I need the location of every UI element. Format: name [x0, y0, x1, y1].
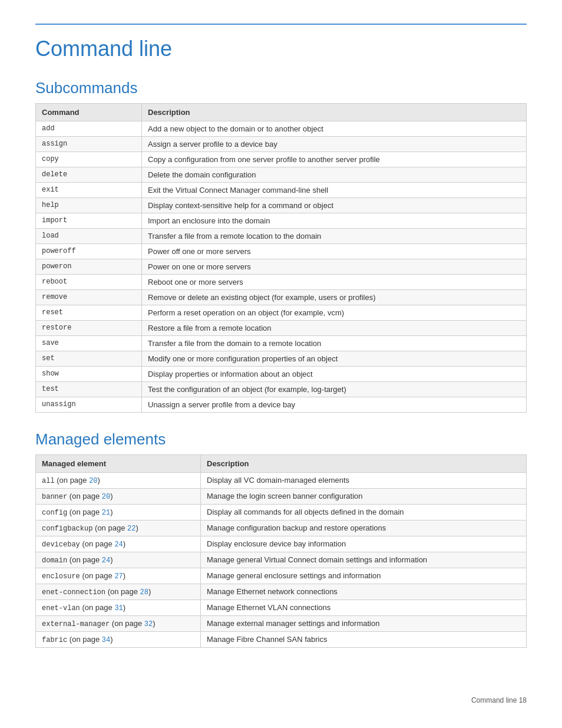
subcommand-name: test: [36, 382, 142, 397]
table-row: remove Remove or delete an existing obje…: [36, 290, 527, 305]
subcommand-name: copy: [36, 152, 142, 167]
subcommand-description: Display properties or information about …: [142, 367, 527, 382]
table-row: set Modify one or more configuration pro…: [36, 351, 527, 367]
subcommand-name: remove: [36, 290, 142, 305]
subcommand-description: Power on one or more servers: [142, 259, 527, 275]
table-row: import Import an enclosure into the doma…: [36, 213, 527, 229]
subcommand-name: reboot: [36, 275, 142, 290]
managed-elements-title: Managed elements: [35, 430, 527, 449]
subcommand-description: Power off one or more servers: [142, 244, 527, 259]
managed-element-name: configbackup (on page 22): [36, 521, 201, 536]
managed-element-name: enclosure (on page 27): [36, 568, 201, 584]
subcommand-description: Test the configuration of an object (for…: [142, 382, 527, 397]
subcommand-description: Remove or delete an existing object (for…: [142, 290, 527, 305]
table-row: exit Exit the Virtual Connect Manager co…: [36, 183, 527, 198]
subcommands-title: Subcommands: [35, 79, 527, 97]
page-title: Command line: [35, 37, 527, 61]
subcommand-name: help: [36, 198, 142, 213]
table-row: configbackup (on page 22) Manage configu…: [36, 521, 527, 536]
subcommand-name: unassign: [36, 397, 142, 413]
managed-element-description: Manage configuration backup and restore …: [201, 521, 527, 536]
table-row: external-manager (on page 32) Manage ext…: [36, 616, 527, 632]
managed-element-name: banner (on page 20): [36, 489, 201, 505]
managed-element-name: external-manager (on page 32): [36, 616, 201, 632]
managed-element-name: domain (on page 24): [36, 552, 201, 568]
managed-element-name: enet-vlan (on page 31): [36, 600, 201, 616]
table-row: devicebay (on page 24) Display enclosure…: [36, 536, 527, 552]
table-row: show Display properties or information a…: [36, 367, 527, 382]
table-row: help Display context-sensitive help for …: [36, 198, 527, 213]
table-row: all (on page 20) Display all VC domain-m…: [36, 473, 527, 489]
table-row: add Add a new object to the domain or to…: [36, 121, 527, 137]
subcommand-description: Add a new object to the domain or to ano…: [142, 121, 527, 137]
subcommands-col-description: Description: [142, 104, 527, 121]
managed-element-name: fabric (on page 34): [36, 632, 201, 648]
managed-element-description: Display enclosure device bay information: [201, 536, 527, 552]
table-row: assign Assign a server profile to a devi…: [36, 137, 527, 152]
subcommand-description: Exit the Virtual Connect Manager command…: [142, 183, 527, 198]
table-row: restore Restore a file from a remote loc…: [36, 321, 527, 336]
subcommand-description: Assign a server profile to a device bay: [142, 137, 527, 152]
subcommand-name: delete: [36, 167, 142, 183]
subcommand-description: Transfer a file from the domain to a rem…: [142, 336, 527, 351]
managed-element-description: Manage general Virtual Connect domain se…: [201, 552, 527, 568]
table-row: enclosure (on page 27) Manage general en…: [36, 568, 527, 584]
table-row: config (on page 21) Display all commands…: [36, 505, 527, 521]
subcommand-name: exit: [36, 183, 142, 198]
managed-element-description: Manage Fibre Channel SAN fabrics: [201, 632, 527, 648]
subcommand-description: Reboot one or more servers: [142, 275, 527, 290]
subcommand-description: Transfer a file from a remote location t…: [142, 229, 527, 244]
top-border: [35, 24, 527, 25]
table-row: reboot Reboot one or more servers: [36, 275, 527, 290]
table-row: domain (on page 24) Manage general Virtu…: [36, 552, 527, 568]
managed-elements-table: Managed element Description all (on page…: [35, 454, 527, 648]
subcommand-name: show: [36, 367, 142, 382]
managed-element-description: Manage the login screen banner configura…: [201, 489, 527, 505]
subcommand-description: Restore a file from a remote location: [142, 321, 527, 336]
managed-element-name: all (on page 20): [36, 473, 201, 489]
subcommand-description: Modify one or more configuration propert…: [142, 351, 527, 367]
table-row: test Test the configuration of an object…: [36, 382, 527, 397]
table-row: poweron Power on one or more servers: [36, 259, 527, 275]
table-row: reset Perform a reset operation on an ob…: [36, 305, 527, 321]
subcommand-description: Display context-sensitive help for a com…: [142, 198, 527, 213]
table-row: load Transfer a file from a remote locat…: [36, 229, 527, 244]
subcommand-description: Copy a configuration from one server pro…: [142, 152, 527, 167]
subcommand-name: add: [36, 121, 142, 137]
subcommand-name: load: [36, 229, 142, 244]
table-row: save Transfer a file from the domain to …: [36, 336, 527, 351]
table-row: fabric (on page 34) Manage Fibre Channel…: [36, 632, 527, 648]
subcommand-description: Import an enclosure into the domain: [142, 213, 527, 229]
subcommand-name: save: [36, 336, 142, 351]
subcommand-name: set: [36, 351, 142, 367]
subcommand-name: restore: [36, 321, 142, 336]
subcommand-description: Delete the domain configuration: [142, 167, 527, 183]
subcommands-table: Command Description add Add a new object…: [35, 103, 527, 413]
subcommand-description: Unassign a server profile from a device …: [142, 397, 527, 413]
subcommands-col-command: Command: [36, 104, 142, 121]
table-row: enet-vlan (on page 31) Manage Ethernet V…: [36, 600, 527, 616]
table-row: copy Copy a configuration from one serve…: [36, 152, 527, 167]
managed-element-name: config (on page 21): [36, 505, 201, 521]
managed-element-name: enet-connection (on page 28): [36, 584, 201, 600]
subcommand-name: poweron: [36, 259, 142, 275]
subcommand-description: Perform a reset operation on an object (…: [142, 305, 527, 321]
managed-element-name: devicebay (on page 24): [36, 536, 201, 552]
managed-element-description: Manage general enclosure settings and in…: [201, 568, 527, 584]
managed-element-description: Display all VC domain-managed elements: [201, 473, 527, 489]
managed-element-description: Display all commands for all objects def…: [201, 505, 527, 521]
footer-text: Command line 18: [471, 696, 527, 704]
table-row: unassign Unassign a server profile from …: [36, 397, 527, 413]
table-row: enet-connection (on page 28) Manage Ethe…: [36, 584, 527, 600]
managed-element-description: Manage external manager settings and inf…: [201, 616, 527, 632]
subcommand-name: poweroff: [36, 244, 142, 259]
managed-element-description: Manage Ethernet network connections: [201, 584, 527, 600]
managed-col-element: Managed element: [36, 455, 201, 473]
subcommand-name: reset: [36, 305, 142, 321]
subcommand-name: assign: [36, 137, 142, 152]
managed-element-description: Manage Ethernet VLAN connections: [201, 600, 527, 616]
managed-col-description: Description: [201, 455, 527, 473]
table-row: delete Delete the domain configuration: [36, 167, 527, 183]
table-row: poweroff Power off one or more servers: [36, 244, 527, 259]
subcommand-name: import: [36, 213, 142, 229]
